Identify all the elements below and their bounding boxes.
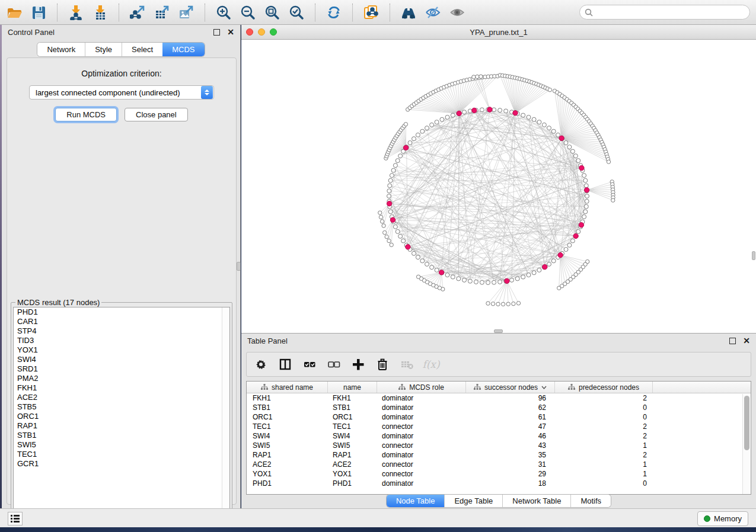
hide-graphics-details-button[interactable] xyxy=(425,4,441,21)
network-canvas[interactable] xyxy=(241,40,756,333)
import-table-button[interactable] xyxy=(92,4,109,21)
horizontal-split-grip[interactable] xyxy=(494,329,503,333)
tab-network[interactable]: Network xyxy=(37,43,85,56)
mcds-result-item[interactable]: ORC1 xyxy=(14,412,229,421)
column-header-successor-nodes[interactable]: successor nodes xyxy=(466,382,555,393)
search-binoculars-icon xyxy=(401,5,416,20)
mcds-result-item[interactable]: FKH1 xyxy=(14,383,229,393)
mcds-result-list[interactable]: PHD1CAR1STP4TID3YOX1SWI4SRD1PMA2FKH1ACE2… xyxy=(13,307,230,515)
table-scrollbar-track[interactable] xyxy=(742,394,750,494)
table-row[interactable]: RAP1RAP1dominator352 xyxy=(247,450,751,460)
zoom-fit-button[interactable] xyxy=(264,4,280,21)
mcds-result-item[interactable]: YOX1 xyxy=(14,345,229,355)
float-table-panel-icon[interactable] xyxy=(729,338,736,344)
table-row[interactable]: FKH1FKH1dominator962 xyxy=(247,393,751,403)
mcds-result-item[interactable]: STP4 xyxy=(14,326,229,336)
mcds-result-item[interactable]: PMA2 xyxy=(14,374,229,383)
tab-select[interactable]: Select xyxy=(122,43,162,56)
table-row[interactable]: ACE2ACE2connector311 xyxy=(247,460,751,469)
application-window: Control Panel ✕ NetworkStyleSelectMCDS O… xyxy=(0,0,756,527)
tab-style[interactable]: Style xyxy=(85,43,122,56)
task-history-button[interactable] xyxy=(8,512,23,525)
mcds-result-item[interactable]: STB1 xyxy=(14,431,229,440)
search-box[interactable] xyxy=(579,5,750,20)
import-network-button[interactable] xyxy=(68,4,84,21)
right-split-grip[interactable] xyxy=(752,251,755,260)
split-columns-button[interactable] xyxy=(278,357,292,372)
column-header-MCDS-role[interactable]: MCDS role xyxy=(377,382,466,393)
export-network-button[interactable] xyxy=(129,4,146,21)
close-panel-button[interactable]: Close panel xyxy=(125,108,188,121)
table-scrollbar-thumb[interactable] xyxy=(744,396,749,450)
mcds-result-item[interactable]: PHD1 xyxy=(14,307,229,317)
zoom-out-button[interactable] xyxy=(240,4,256,21)
table-row[interactable]: STB1STB1dominator620 xyxy=(247,403,751,412)
tab-node-table[interactable]: Node Table xyxy=(387,495,445,507)
deselect-all-checks-button[interactable] xyxy=(327,357,341,372)
column-header-name[interactable]: name xyxy=(328,382,377,393)
save-session-button[interactable] xyxy=(30,4,47,21)
export-table-button[interactable] xyxy=(154,4,170,21)
table-row[interactable]: SWI5SWI5connector431 xyxy=(247,441,751,450)
cell-predecessor_nodes: 0 xyxy=(555,412,653,422)
refresh-layout-button[interactable] xyxy=(326,4,342,21)
table-row[interactable]: PHD1PHD1dominator180 xyxy=(247,479,751,488)
select-all-checks-button[interactable] xyxy=(302,357,317,372)
close-panel-icon[interactable]: ✕ xyxy=(227,29,234,36)
open-file-icon xyxy=(7,5,22,20)
mcds-result-item[interactable]: CAR1 xyxy=(14,317,229,326)
mcds-tab-content: Optimization criterion: largest connecte… xyxy=(7,57,237,505)
gear-button[interactable] xyxy=(254,357,268,372)
table-row[interactable]: YOX1YOX1connector291 xyxy=(247,469,751,479)
cell-name: YOX1 xyxy=(328,469,377,479)
cell-successor_nodes: 31 xyxy=(466,460,555,469)
memory-button[interactable]: Memory xyxy=(697,511,748,526)
close-table-panel-icon[interactable]: ✕ xyxy=(743,338,750,344)
mcds-result-item[interactable]: ACE2 xyxy=(14,393,229,402)
shared-column-icon xyxy=(261,384,268,390)
network-document-button[interactable] xyxy=(363,4,379,21)
mcds-result-item[interactable]: SWI5 xyxy=(14,440,229,450)
mcds-result-item[interactable]: GCR1 xyxy=(14,459,229,469)
zoom-selected-button[interactable] xyxy=(288,4,305,21)
search-input[interactable] xyxy=(596,8,745,17)
mcds-list-scrollbar[interactable] xyxy=(222,307,229,515)
vertical-split-grip[interactable] xyxy=(237,262,241,271)
table-row[interactable]: TEC1TEC1connector472 xyxy=(247,422,751,431)
tab-mcds[interactable]: MCDS xyxy=(162,43,204,56)
mcds-result-item[interactable]: STB5 xyxy=(14,402,229,412)
mcds-result-item[interactable]: RAP1 xyxy=(14,421,229,431)
mcds-result-item[interactable]: SRD1 xyxy=(14,364,229,374)
open-file-button[interactable] xyxy=(6,4,23,21)
table-panel: Table Panel ✕ f(x) shared namename MCDS … xyxy=(241,333,756,508)
network-graph[interactable] xyxy=(241,40,756,333)
mcds-result-item[interactable]: TID3 xyxy=(14,336,229,345)
column-header-shared-name[interactable]: shared name xyxy=(247,382,328,393)
table-row[interactable]: ORC1ORC1dominator610 xyxy=(247,412,751,422)
shared-column-icon xyxy=(474,384,481,390)
tab-edge-table[interactable]: Edge Table xyxy=(444,495,502,507)
cell-shared_name: STB1 xyxy=(247,403,328,412)
add-column-button[interactable] xyxy=(351,357,365,372)
table-type-tabs: Node TableEdge TableNetwork TableMotifs xyxy=(241,495,756,507)
save-session-icon xyxy=(31,5,46,20)
shared-column-icon xyxy=(568,384,575,390)
show-graphics-details-button[interactable] xyxy=(449,4,465,21)
cell-name: PHD1 xyxy=(328,479,377,488)
cell-name: FKH1 xyxy=(328,393,377,403)
tab-network-table[interactable]: Network Table xyxy=(502,495,570,507)
column-header-predecessor-nodes[interactable]: predecessor nodes xyxy=(555,382,653,393)
delete-trash-button[interactable] xyxy=(375,357,390,372)
search-binoculars-button[interactable] xyxy=(400,4,417,21)
mcds-result-item[interactable]: SWI4 xyxy=(14,355,229,364)
desktop-edge-bottom xyxy=(0,527,756,532)
cell-name: ACE2 xyxy=(328,460,377,469)
run-mcds-button[interactable]: Run MCDS xyxy=(55,108,117,121)
tab-motifs[interactable]: Motifs xyxy=(570,495,611,507)
mcds-result-item[interactable]: TEC1 xyxy=(14,450,229,459)
float-panel-icon[interactable] xyxy=(213,29,220,36)
table-row[interactable]: SWI4SWI4dominator462 xyxy=(247,431,751,441)
optimization-criterion-dropdown[interactable]: largest connected component (undirected) xyxy=(29,85,214,100)
export-image-button[interactable] xyxy=(178,4,194,21)
zoom-in-button[interactable] xyxy=(215,4,232,21)
